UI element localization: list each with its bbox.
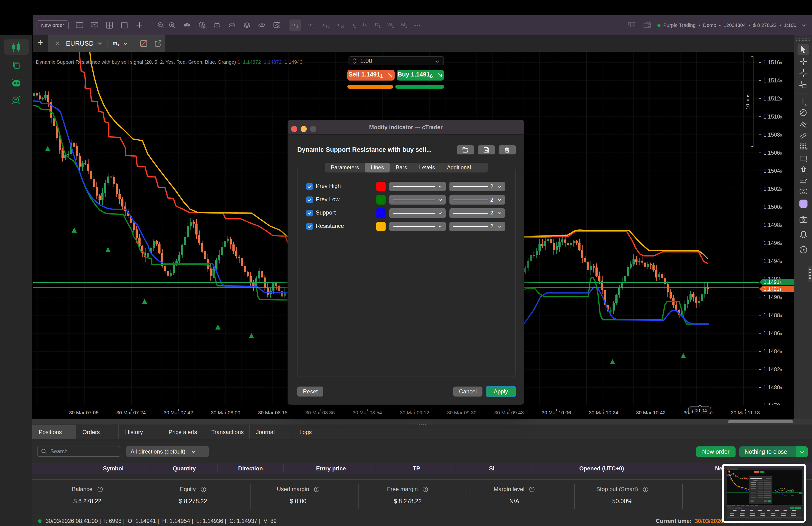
svg-text:E: E: [806, 125, 807, 129]
svg-text:10 pips: 10 pips: [745, 94, 750, 110]
svg-text:A: A: [802, 189, 805, 194]
svg-text:1: 1: [20, 86, 21, 89]
svg-text:1.14911: 1.14911: [764, 286, 782, 292]
svg-text:1: 1: [203, 26, 205, 29]
svg-text:F: F: [806, 148, 808, 151]
svg-text:1.14916: 1.14916: [764, 279, 782, 285]
